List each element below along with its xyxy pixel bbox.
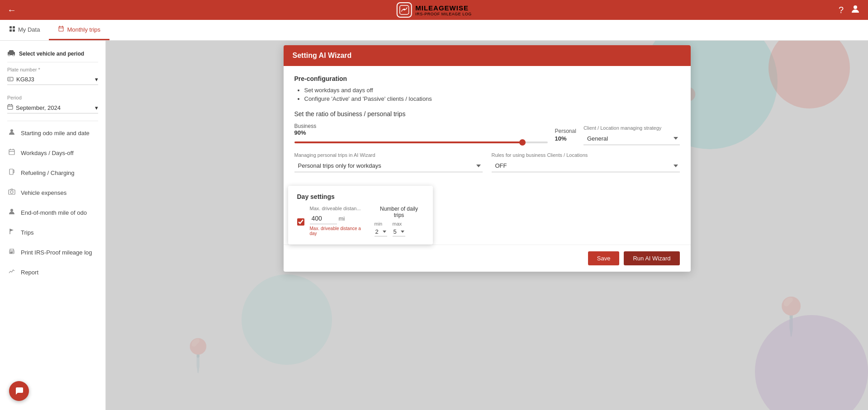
sidebar-section-title: Select vehicle and period — [0, 45, 105, 60]
max-dist-checkbox[interactable] — [297, 218, 304, 226]
brand-logo: MILEAGEWISE IRS-PROOF MILEAGE LOG — [396, 2, 472, 18]
sidebar-item-trips-label: Trips — [21, 229, 33, 236]
svg-text:ID: ID — [9, 78, 11, 80]
tab-monthly-trips[interactable]: Monthly trips — [49, 20, 109, 40]
tab-my-data-label: My Data — [18, 26, 40, 33]
flag-icon — [7, 228, 16, 237]
sidebar-item-vehicle-expenses[interactable]: Vehicle expenses — [0, 183, 105, 203]
bullet-2: Configure 'Active' and 'Passive' clients… — [304, 95, 680, 102]
rules-label: Rules for using business Clients / Locat… — [492, 152, 680, 158]
period-value: September, 2024 — [16, 104, 61, 111]
managing-personal-section: Managing personal trips in AI Wizard Per… — [294, 152, 483, 172]
managing-personal-select[interactable]: Personal trips only for workdays All day… — [294, 160, 483, 172]
day-settings-row: Max. driveable distan... mi Max. driveab… — [297, 206, 424, 236]
ratio-slider-section: Business 90% — [294, 123, 548, 147]
svg-rect-4 — [13, 26, 15, 28]
personal-section: Personal 10% — [555, 128, 576, 142]
content-area: 📍 📍 📍 Setting AI Wizard Pre-configuratio… — [106, 41, 868, 410]
svg-rect-28 — [10, 252, 13, 252]
save-button[interactable]: Save — [588, 251, 620, 265]
wizard-body: Pre-configuration Set workdays and days … — [284, 66, 691, 181]
car-icon — [7, 50, 15, 57]
sidebar-divider-1 — [7, 62, 98, 62]
svg-point-24 — [10, 191, 13, 193]
client-strategy-select[interactable]: General Advanced — [583, 132, 680, 145]
user-icon[interactable] — [850, 4, 861, 17]
svg-point-1 — [403, 9, 405, 10]
svg-rect-22 — [9, 169, 13, 174]
chat-bubble[interactable] — [9, 381, 29, 401]
period-select[interactable]: September, 2024 ▾ — [7, 102, 98, 113]
svg-point-9 — [8, 54, 10, 56]
plate-value: KG8J3 — [16, 76, 34, 83]
daily-trips-col: Number of daily trips min 1 2 3 4 — [375, 206, 424, 236]
ratio-slider-fill — [294, 141, 522, 143]
business-label-group: Business 90% — [294, 123, 317, 136]
checkbox-col — [297, 206, 304, 227]
plate-number-field: Plate number * ID KG8J3 ▾ — [0, 64, 105, 88]
ratio-slider-thumb[interactable] — [519, 139, 526, 146]
main-layout: Select vehicle and period Plate number *… — [0, 41, 868, 410]
svg-rect-13 — [8, 105, 13, 109]
period-chevron-icon: ▾ — [95, 104, 98, 111]
wizard-footer: Save Run AI Wizard — [284, 245, 691, 272]
rules-select[interactable]: OFF ON — [492, 160, 680, 172]
run-ai-wizard-button[interactable]: Run AI Wizard — [624, 251, 679, 265]
max-dist-input[interactable] — [310, 213, 337, 224]
help-icon[interactable]: ? — [839, 5, 844, 15]
sidebar-item-report[interactable]: Report — [0, 262, 105, 282]
sidebar-item-starting-odo[interactable]: Starting odo mile and date — [0, 123, 105, 143]
client-strategy-label: Client / Location managing strategy — [583, 125, 680, 131]
camera-icon — [7, 188, 16, 197]
person-icon-1 — [7, 128, 16, 137]
sidebar-title-text: Select vehicle and period — [19, 51, 84, 57]
dist-unit: mi — [339, 215, 345, 222]
sidebar-item-trips[interactable]: Trips — [0, 222, 105, 242]
sidebar-divider-2 — [7, 121, 98, 121]
plate-icon: ID — [7, 76, 14, 83]
sidebar-item-workdays[interactable]: Workdays / Days-off — [0, 143, 105, 163]
monthly-trips-icon — [58, 26, 64, 33]
sidebar-item-end-of-month[interactable]: End-of-month mile of odo — [0, 203, 105, 222]
sidebar-item-vehicle-expenses-label: Vehicle expenses — [21, 189, 66, 196]
tab-my-data[interactable]: My Data — [0, 20, 49, 40]
plate-number-select[interactable]: ID KG8J3 ▾ — [7, 74, 98, 85]
ratio-slider-container[interactable] — [294, 138, 548, 147]
sidebar: Select vehicle and period Plate number *… — [0, 41, 106, 410]
svg-rect-18 — [9, 150, 14, 155]
min-label: min — [375, 221, 383, 226]
period-label: Period — [7, 95, 98, 100]
managing-rules-row: Managing personal trips in AI Wizard Per… — [294, 152, 680, 172]
svg-rect-5 — [9, 29, 12, 32]
client-strategy-section: Client / Location managing strategy Gene… — [583, 125, 680, 145]
odo-icon — [7, 208, 16, 217]
max-select[interactable]: 3 4 5 6 7 8 — [393, 227, 405, 236]
plate-number-label: Plate number * — [7, 67, 98, 72]
sidebar-item-print[interactable]: Print IRS-Proof mileage log — [0, 242, 105, 262]
sidebar-item-report-label: Report — [21, 269, 38, 276]
back-button[interactable]: ← — [7, 5, 16, 15]
personal-value: 10% — [555, 135, 567, 142]
daily-trips-label: Number of daily trips — [375, 206, 424, 218]
sidebar-item-refueling[interactable]: Refueling / Charging — [0, 163, 105, 183]
svg-rect-29 — [10, 253, 12, 253]
dialog-overlay: Setting AI Wizard Pre-configuration Set … — [106, 41, 868, 410]
my-data-icon — [9, 26, 15, 33]
wizard-header: Setting AI Wizard — [284, 45, 691, 66]
svg-point-10 — [13, 54, 14, 56]
tab-bar: My Data Monthly trips — [0, 20, 868, 41]
dist-field: Max. driveable distan... mi Max. driveab… — [310, 206, 369, 236]
calendar-icon-2 — [7, 148, 16, 157]
personal-label: Personal — [555, 128, 576, 134]
brand-text: MILEAGEWISE IRS-PROOF MILEAGE LOG — [415, 4, 472, 16]
svg-point-25 — [10, 209, 13, 212]
dist-hint: Max. driveable distance a day — [310, 226, 369, 236]
wizard-card: Setting AI Wizard Pre-configuration Set … — [284, 45, 691, 272]
bullet-1: Set workdays and days off — [304, 87, 680, 94]
sidebar-item-starting-odo-label: Starting odo mile and date — [21, 130, 90, 137]
min-group: min 1 2 3 4 5 — [375, 221, 387, 236]
print-icon — [7, 248, 16, 257]
preconfiguration-title: Pre-configuration — [294, 75, 680, 82]
min-select[interactable]: 1 2 3 4 5 — [375, 227, 387, 236]
svg-rect-6 — [13, 29, 15, 32]
